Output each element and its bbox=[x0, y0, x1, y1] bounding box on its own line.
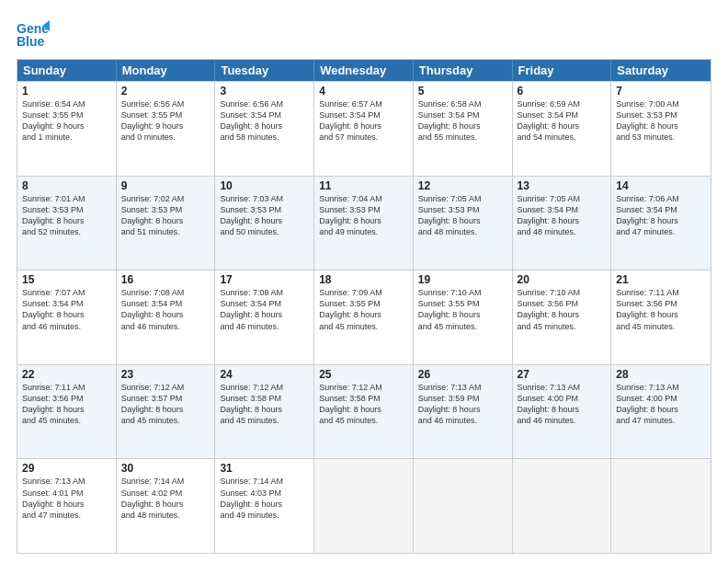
weekday-header: Friday bbox=[513, 60, 612, 81]
day-number: 5 bbox=[418, 85, 507, 98]
calendar-cell: 30Sunrise: 7:14 AMSunset: 4:02 PMDayligh… bbox=[117, 459, 216, 553]
cell-info: Sunrise: 7:04 AMSunset: 3:53 PMDaylight:… bbox=[319, 193, 408, 238]
cell-info: Sunrise: 7:05 AMSunset: 3:54 PMDaylight:… bbox=[518, 193, 607, 238]
day-number: 4 bbox=[319, 85, 408, 98]
cell-info: Sunrise: 6:55 AMSunset: 3:55 PMDaylight:… bbox=[121, 98, 210, 144]
calendar-cell bbox=[314, 459, 414, 553]
calendar-cell: 19Sunrise: 7:10 AMSunset: 3:55 PMDayligh… bbox=[414, 270, 513, 364]
calendar-header: SundayMondayTuesdayWednesdayThursdayFrid… bbox=[17, 60, 711, 81]
calendar-cell: 22Sunrise: 7:11 AMSunset: 3:56 PMDayligh… bbox=[17, 365, 117, 459]
calendar-cell: 13Sunrise: 7:05 AMSunset: 3:54 PMDayligh… bbox=[513, 177, 612, 270]
cell-info: Sunrise: 7:01 AMSunset: 3:53 PMDaylight:… bbox=[22, 193, 111, 238]
day-number: 15 bbox=[22, 273, 111, 286]
cell-info: Sunrise: 7:12 AMSunset: 3:58 PMDaylight:… bbox=[319, 382, 408, 427]
day-number: 10 bbox=[220, 179, 309, 192]
calendar-row: 22Sunrise: 7:11 AMSunset: 3:56 PMDayligh… bbox=[17, 364, 711, 459]
calendar-cell: 2Sunrise: 6:55 AMSunset: 3:55 PMDaylight… bbox=[117, 82, 216, 176]
calendar-row: 8Sunrise: 7:01 AMSunset: 3:53 PMDaylight… bbox=[17, 176, 711, 270]
cell-info: Sunrise: 7:13 AMSunset: 4:00 PMDaylight:… bbox=[518, 382, 607, 427]
day-number: 6 bbox=[518, 85, 607, 98]
day-number: 28 bbox=[616, 368, 706, 381]
calendar-cell: 26Sunrise: 7:13 AMSunset: 3:59 PMDayligh… bbox=[414, 365, 513, 459]
weekday-header: Wednesday bbox=[314, 60, 414, 81]
day-number: 11 bbox=[319, 179, 408, 192]
weekday-header: Saturday bbox=[611, 60, 711, 81]
calendar-cell: 5Sunrise: 6:58 AMSunset: 3:54 PMDaylight… bbox=[414, 82, 513, 176]
cell-info: Sunrise: 7:08 AMSunset: 3:54 PMDaylight:… bbox=[220, 287, 309, 332]
calendar-cell: 12Sunrise: 7:05 AMSunset: 3:53 PMDayligh… bbox=[414, 177, 513, 270]
calendar-cell bbox=[414, 459, 513, 553]
calendar-cell: 23Sunrise: 7:12 AMSunset: 3:57 PMDayligh… bbox=[117, 365, 216, 459]
day-number: 20 bbox=[518, 273, 607, 286]
header: General Blue bbox=[17, 15, 711, 52]
day-number: 16 bbox=[121, 273, 210, 286]
calendar-row: 29Sunrise: 7:13 AMSunset: 4:01 PMDayligh… bbox=[17, 458, 711, 553]
calendar-row: 15Sunrise: 7:07 AMSunset: 3:54 PMDayligh… bbox=[17, 270, 711, 364]
cell-info: Sunrise: 7:14 AMSunset: 4:03 PMDaylight:… bbox=[220, 476, 309, 521]
calendar-cell: 31Sunrise: 7:14 AMSunset: 4:03 PMDayligh… bbox=[215, 459, 314, 553]
calendar-cell: 29Sunrise: 7:13 AMSunset: 4:01 PMDayligh… bbox=[17, 459, 117, 553]
day-number: 27 bbox=[518, 368, 607, 381]
calendar-cell: 18Sunrise: 7:09 AMSunset: 3:55 PMDayligh… bbox=[314, 270, 414, 364]
calendar-cell: 27Sunrise: 7:13 AMSunset: 4:00 PMDayligh… bbox=[513, 365, 612, 459]
calendar-cell: 28Sunrise: 7:13 AMSunset: 4:00 PMDayligh… bbox=[611, 365, 711, 459]
svg-text:Blue: Blue bbox=[17, 34, 45, 49]
cell-info: Sunrise: 7:13 AMSunset: 3:59 PMDaylight:… bbox=[418, 382, 507, 427]
cell-info: Sunrise: 6:59 AMSunset: 3:54 PMDaylight:… bbox=[518, 98, 607, 144]
cell-info: Sunrise: 7:11 AMSunset: 3:56 PMDaylight:… bbox=[616, 287, 706, 332]
cell-info: Sunrise: 6:56 AMSunset: 3:54 PMDaylight:… bbox=[220, 98, 309, 144]
cell-info: Sunrise: 7:14 AMSunset: 4:02 PMDaylight:… bbox=[121, 476, 210, 521]
calendar-cell: 24Sunrise: 7:12 AMSunset: 3:58 PMDayligh… bbox=[215, 365, 314, 459]
calendar-cell: 8Sunrise: 7:01 AMSunset: 3:53 PMDaylight… bbox=[17, 177, 117, 270]
weekday-header: Sunday bbox=[17, 60, 117, 81]
calendar-cell: 21Sunrise: 7:11 AMSunset: 3:56 PMDayligh… bbox=[611, 270, 711, 364]
day-number: 8 bbox=[22, 179, 111, 192]
cell-info: Sunrise: 7:10 AMSunset: 3:55 PMDaylight:… bbox=[418, 287, 507, 332]
cell-info: Sunrise: 7:05 AMSunset: 3:53 PMDaylight:… bbox=[418, 193, 507, 238]
cell-info: Sunrise: 7:13 AMSunset: 4:00 PMDaylight:… bbox=[616, 382, 706, 427]
weekday-header: Monday bbox=[117, 60, 216, 81]
day-number: 19 bbox=[418, 273, 507, 286]
calendar-cell: 11Sunrise: 7:04 AMSunset: 3:53 PMDayligh… bbox=[314, 177, 414, 270]
cell-info: Sunrise: 7:11 AMSunset: 3:56 PMDaylight:… bbox=[22, 382, 111, 427]
cell-info: Sunrise: 7:09 AMSunset: 3:55 PMDaylight:… bbox=[319, 287, 408, 332]
day-number: 21 bbox=[616, 273, 706, 286]
cell-info: Sunrise: 7:03 AMSunset: 3:53 PMDaylight:… bbox=[220, 193, 309, 238]
cell-info: Sunrise: 7:07 AMSunset: 3:54 PMDaylight:… bbox=[22, 287, 111, 332]
day-number: 2 bbox=[121, 85, 210, 98]
calendar-cell: 9Sunrise: 7:02 AMSunset: 3:53 PMDaylight… bbox=[117, 177, 216, 270]
day-number: 17 bbox=[220, 273, 309, 286]
calendar: SundayMondayTuesdayWednesdayThursdayFrid… bbox=[17, 59, 711, 554]
calendar-row: 1Sunrise: 6:54 AMSunset: 3:55 PMDaylight… bbox=[17, 81, 711, 176]
day-number: 24 bbox=[220, 368, 309, 381]
calendar-body: 1Sunrise: 6:54 AMSunset: 3:55 PMDaylight… bbox=[17, 81, 711, 553]
day-number: 31 bbox=[220, 462, 309, 475]
cell-info: Sunrise: 6:54 AMSunset: 3:55 PMDaylight:… bbox=[22, 98, 111, 144]
cell-info: Sunrise: 7:02 AMSunset: 3:53 PMDaylight:… bbox=[121, 193, 210, 238]
day-number: 23 bbox=[121, 368, 210, 381]
day-number: 7 bbox=[616, 85, 706, 98]
day-number: 30 bbox=[121, 462, 210, 475]
calendar-cell: 20Sunrise: 7:10 AMSunset: 3:56 PMDayligh… bbox=[513, 270, 612, 364]
day-number: 29 bbox=[22, 462, 111, 475]
cell-info: Sunrise: 7:13 AMSunset: 4:01 PMDaylight:… bbox=[22, 476, 111, 521]
day-number: 18 bbox=[319, 273, 408, 286]
day-number: 25 bbox=[319, 368, 408, 381]
logo-icon: General Blue bbox=[17, 18, 50, 52]
calendar-cell: 4Sunrise: 6:57 AMSunset: 3:54 PMDaylight… bbox=[314, 82, 414, 176]
cell-info: Sunrise: 6:57 AMSunset: 3:54 PMDaylight:… bbox=[319, 98, 408, 144]
day-number: 1 bbox=[22, 85, 111, 98]
calendar-cell: 16Sunrise: 7:08 AMSunset: 3:54 PMDayligh… bbox=[117, 270, 216, 364]
weekday-header: Tuesday bbox=[215, 60, 314, 81]
cell-info: Sunrise: 7:06 AMSunset: 3:54 PMDaylight:… bbox=[616, 193, 706, 238]
day-number: 9 bbox=[121, 179, 210, 192]
calendar-cell: 17Sunrise: 7:08 AMSunset: 3:54 PMDayligh… bbox=[215, 270, 314, 364]
day-number: 3 bbox=[220, 85, 309, 98]
calendar-cell: 14Sunrise: 7:06 AMSunset: 3:54 PMDayligh… bbox=[611, 177, 711, 270]
calendar-cell: 1Sunrise: 6:54 AMSunset: 3:55 PMDaylight… bbox=[17, 82, 117, 176]
cell-info: Sunrise: 7:10 AMSunset: 3:56 PMDaylight:… bbox=[518, 287, 607, 332]
calendar-cell: 3Sunrise: 6:56 AMSunset: 3:54 PMDaylight… bbox=[215, 82, 314, 176]
day-number: 13 bbox=[518, 179, 607, 192]
cell-info: Sunrise: 7:00 AMSunset: 3:53 PMDaylight:… bbox=[616, 98, 706, 144]
day-number: 22 bbox=[22, 368, 111, 381]
